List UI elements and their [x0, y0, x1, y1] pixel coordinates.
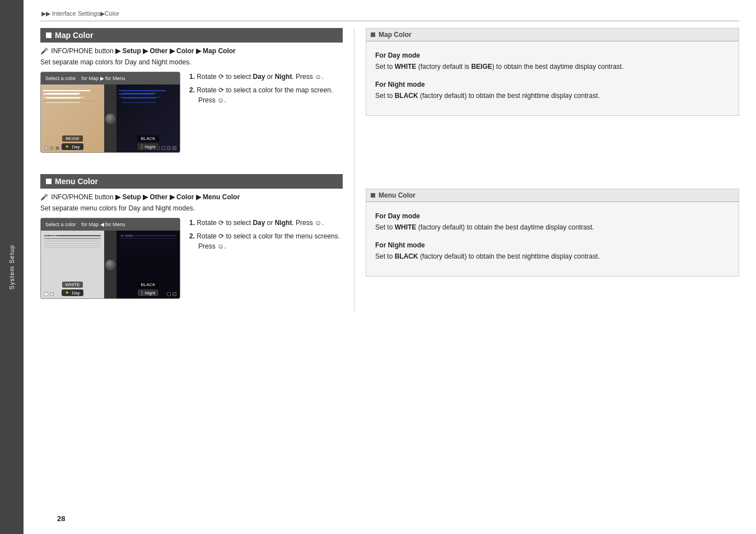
ss-divider-2 — [104, 231, 116, 298]
menu-color-title: Menu Color — [55, 177, 98, 186]
ss-right-map: BLACK ) Night — [116, 85, 180, 152]
ss-right-menu: 5... 1123... BLACK — [116, 231, 180, 298]
star-icon-2: ✦ — [65, 290, 69, 296]
star-icon: ✦ — [65, 144, 69, 149]
map-night-mode: For Night mode Set to BLACK (factory def… — [373, 81, 732, 101]
col-right: Map Color For Day mode Set to WHITE (fac… — [354, 28, 739, 311]
step-1: 1. Rotate ⟳ to select Day or Night. Pres… — [189, 72, 343, 82]
sidebar: System Setup — [0, 0, 24, 534]
day-btn-menu: ✦ Day — [62, 289, 83, 296]
map-beige-bg — [43, 88, 102, 141]
col-left: Map Color 🎤 INFO/PHONE button ▶ Setup ▶ … — [40, 28, 354, 311]
menu-color-path: 🎤 INFO/PHONE button ▶ Setup ▶ Other ▶ Co… — [40, 193, 343, 201]
menu-day-title: For Day mode — [375, 212, 730, 220]
menu-color-steps: 1. Rotate ⟳ to select Day or Night. Pres… — [189, 218, 343, 300]
rotate-icon-1: ⟳ — [218, 73, 224, 81]
menu-night-text: Set to BLACK (factory default) to obtain… — [375, 251, 730, 261]
menu-color-desc: Set separate menu colors for Day and Nig… — [40, 204, 343, 212]
press-icon-4: ☺ — [217, 242, 224, 250]
right-map-color: Map Color For Day mode Set to WHITE (fac… — [366, 28, 739, 116]
menu-path-text: INFO/PHONE button ▶ Setup ▶ Other ▶ Colo… — [51, 193, 240, 201]
map-color-section: Map Color 🎤 INFO/PHONE button ▶ Setup ▶ … — [40, 28, 343, 160]
menu-day-mode: For Day mode Set to WHITE (factory defau… — [373, 212, 732, 232]
ss-left-map: BEIGE ✦ Day — [41, 85, 104, 152]
menu-color-dots-left — [44, 292, 54, 296]
ss-content-2: 3... 1123... WHITE — [41, 231, 180, 298]
breadcrumb-text: ▶▶ Interface Settings▶Color — [41, 10, 119, 17]
color-dots-right — [156, 146, 176, 150]
step-2: 2. Rotate ⟳ to select a color for the ma… — [189, 85, 343, 105]
map-color-title: Map Color — [55, 31, 93, 40]
ss-select-label-2: Select a color — [45, 222, 76, 227]
ss-top-bar-2: Select a color for Map ◀ for Menu — [41, 218, 180, 231]
mic-icon-2: 🎤 — [40, 194, 48, 201]
right-menu-color-title: Menu Color — [379, 191, 416, 199]
right-menu-color-header: Menu Color — [366, 189, 739, 202]
night-btn-menu: ) Night — [138, 289, 159, 296]
ss-divider — [104, 85, 116, 152]
page-number: 28 — [57, 514, 65, 523]
white-label: WHITE — [62, 282, 83, 288]
rotate-icon-3: ⟳ — [218, 219, 224, 227]
menu-night-title: For Night mode — [375, 241, 730, 249]
menu-black-lines: 5... 1123... — [116, 231, 180, 250]
breadcrumb: ▶▶ Interface Settings▶Color — [40, 10, 739, 21]
right-menu-color-inner: For Day mode Set to WHITE (factory defau… — [366, 207, 739, 276]
black-label-2: BLACK — [137, 282, 158, 288]
sq2-2 — [371, 193, 375, 198]
mic-icon: 🎤 — [40, 48, 48, 55]
ss-knob-2 — [105, 260, 115, 270]
ss-for-menu: for Map ◀ for Menu — [82, 222, 125, 227]
map-night-text: Set to BLACK (factory default) to obtain… — [375, 91, 730, 101]
rotate-icon-2: ⟳ — [218, 86, 224, 94]
menu-color-dots-right — [167, 292, 176, 296]
right-map-color-title: Map Color — [379, 31, 412, 39]
map-night-title: For Night mode — [375, 81, 730, 88]
press-icon-2: ☺ — [217, 96, 224, 104]
day-btn: ✦ Day — [62, 143, 83, 150]
map-day-mode: For Day mode Set to WHITE (factory defau… — [373, 51, 732, 72]
main-content: ▶▶ Interface Settings▶Color Map Color 🎤 … — [24, 0, 756, 534]
header-square — [46, 32, 52, 38]
moon-icon-2: ) — [141, 290, 143, 296]
map-color-path: 🎤 INFO/PHONE button ▶ Setup ▶ Other ▶ Co… — [40, 47, 343, 55]
press-icon-1: ☺ — [315, 73, 321, 81]
ss-select-label: Select a color — [45, 76, 76, 81]
ss-left-menu: 3... 1123... WHITE — [41, 231, 104, 298]
press-icon-3: ☺ — [315, 219, 321, 227]
path-text: INFO/PHONE button ▶ Setup ▶ Other ▶ Colo… — [51, 47, 235, 55]
night-btn: ) Night — [138, 143, 159, 150]
ss-knob — [105, 114, 115, 124]
map-color-steps: 1. Rotate ⟳ to select Day or Night. Pres… — [189, 72, 343, 154]
map-day-text: Set to WHITE (factory default is BEIGE) … — [375, 62, 730, 72]
sq2-1 — [371, 32, 375, 37]
ss-for-map: for Map ▶ for Menu — [82, 76, 125, 81]
moon-icon: ) — [141, 144, 143, 149]
map-color-header: Map Color — [40, 28, 343, 43]
map-day-title: For Day mode — [375, 51, 730, 59]
menu-step-2: 2. Rotate ⟳ to select a color for the me… — [189, 231, 343, 251]
black-label: BLACK — [137, 135, 158, 142]
right-menu-color: Menu Color For Day mode Set to WHITE (fa… — [366, 189, 739, 277]
header-square-2 — [46, 179, 52, 184]
ss-content: BEIGE ✦ Day — [41, 85, 180, 152]
ss-top-bar: Select a color for Map ▶ for Menu — [41, 72, 180, 85]
sidebar-label: System Setup — [8, 245, 15, 289]
map-color-screenshot: Select a color for Map ▶ for Menu — [40, 72, 180, 153]
right-map-color-inner: For Day mode Set to WHITE (factory defau… — [366, 46, 739, 115]
right-map-color-header: Map Color — [366, 29, 739, 41]
menu-color-content: Select a color for Map ◀ for Menu 3... 1… — [40, 218, 343, 306]
map-color-desc: Set separate map colors for Day and Nigh… — [40, 58, 343, 66]
columns-layout: Map Color 🎤 INFO/PHONE button ▶ Setup ▶ … — [40, 28, 739, 311]
map-color-content: Select a color for Map ▶ for Menu — [40, 72, 343, 160]
menu-night-mode: For Night mode Set to BLACK (factory def… — [373, 241, 732, 261]
beige-label: BEIGE — [62, 135, 82, 142]
menu-color-screenshot: Select a color for Map ◀ for Menu 3... 1… — [40, 218, 180, 299]
menu-day-text: Set to WHITE (factory default) to obtain… — [375, 222, 730, 232]
section-spacer — [40, 165, 343, 174]
menu-white-lines: 3... 1123... — [41, 231, 104, 250]
menu-step-1: 1. Rotate ⟳ to select Day or Night. Pres… — [189, 218, 343, 228]
map-black-bg — [119, 88, 178, 141]
menu-color-header: Menu Color — [40, 174, 343, 189]
rotate-icon-4: ⟳ — [218, 232, 224, 240]
